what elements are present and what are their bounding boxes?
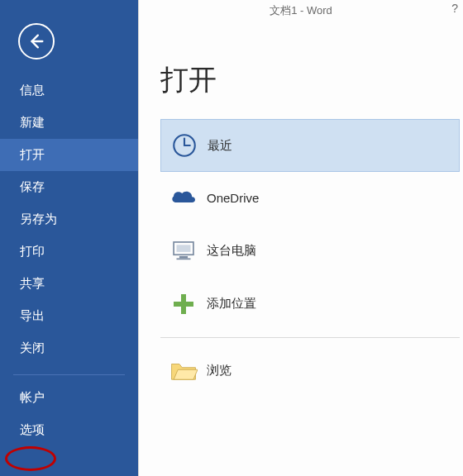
source-label: 浏览 [207, 363, 232, 378]
sidebar-item-open[interactable]: 打开 [0, 139, 138, 171]
sidebar-item-options[interactable]: 选项 [0, 414, 138, 446]
sidebar-item-info[interactable]: 信息 [0, 74, 138, 107]
sidebar-item-save[interactable]: 保存 [0, 171, 138, 203]
source-divider [160, 337, 460, 338]
source-recent[interactable]: 最近 [160, 119, 460, 172]
sidebar-item-close[interactable]: 关闭 [0, 332, 138, 364]
sidebar-divider [13, 374, 125, 375]
help-button[interactable]: ? [451, 2, 458, 15]
sidebar-item-saveas[interactable]: 另存为 [0, 203, 138, 236]
main-panel: 文档1 - Word ? 打开 最近 [138, 0, 463, 476]
page-title: 打开 [160, 61, 463, 99]
source-browse[interactable]: 浏览 [160, 345, 460, 397]
open-sources-list: 最近 OneDrive [160, 119, 460, 397]
titlebar: 文档1 - Word ? [139, 0, 463, 21]
folder-icon [160, 359, 207, 383]
source-label: 这台电脑 [207, 243, 256, 259]
clock-icon [161, 131, 208, 159]
svg-rect-6 [179, 255, 188, 258]
computer-icon [160, 239, 207, 264]
source-label: OneDrive [207, 191, 259, 205]
source-this-pc[interactable]: 这台电脑 [160, 225, 460, 278]
svg-rect-9 [174, 302, 193, 307]
sidebar-item-share[interactable]: 共享 [0, 268, 138, 300]
source-add-place[interactable]: 添加位置 [160, 278, 460, 331]
sidebar-item-account[interactable]: 帐户 [0, 382, 138, 414]
sidebar-item-print[interactable]: 打印 [0, 236, 138, 268]
plus-icon [160, 292, 207, 317]
sidebar-item-export[interactable]: 导出 [0, 300, 138, 332]
app-root: 信息 新建 打开 保存 另存为 打印 共享 导出 关闭 帐户 选项 文档1 - … [0, 0, 463, 476]
arrow-left-icon [27, 32, 45, 50]
source-onedrive[interactable]: OneDrive [160, 172, 460, 225]
back-button[interactable] [18, 23, 55, 60]
source-label: 添加位置 [207, 296, 256, 312]
sidebar-item-new[interactable]: 新建 [0, 107, 138, 139]
window-title: 文档1 - Word [270, 3, 332, 18]
svg-rect-7 [177, 258, 191, 259]
sidebar-nav: 信息 新建 打开 保存 另存为 打印 共享 导出 关闭 帐户 选项 [0, 74, 138, 446]
onedrive-icon [160, 188, 207, 208]
backstage-sidebar: 信息 新建 打开 保存 另存为 打印 共享 导出 关闭 帐户 选项 [0, 0, 138, 476]
svg-rect-5 [177, 245, 191, 252]
source-label: 最近 [208, 138, 232, 154]
